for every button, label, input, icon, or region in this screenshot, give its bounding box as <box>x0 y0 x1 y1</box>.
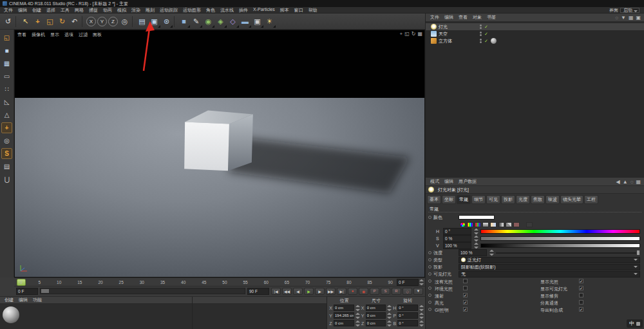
dropdown[interactable]: 泛光灯 <box>459 257 640 263</box>
modeling-generator-icon[interactable]: ◈ <box>214 15 227 28</box>
frame-tick[interactable]: 5 <box>39 280 41 285</box>
anim-dot[interactable] <box>428 287 431 290</box>
spinner[interactable] <box>419 305 424 311</box>
viewport-maximize-icon[interactable]: ▦ <box>417 31 422 37</box>
menu-item[interactable]: 模式 <box>428 178 442 185</box>
current-frame-field[interactable]: 0 F <box>397 279 419 286</box>
hsv-field[interactable]: 0 % <box>443 235 471 242</box>
menu-item[interactable]: 对象 <box>470 14 484 21</box>
material-menu-item[interactable]: 创建 <box>2 297 16 303</box>
anim-dot[interactable] <box>428 301 431 304</box>
viewport-rotate-icon[interactable]: ↻ <box>412 31 416 37</box>
prev-frame-button[interactable]: ◀ <box>293 288 303 295</box>
points-mode-icon[interactable]: ∷ <box>1 84 12 95</box>
viewport-menu-item[interactable]: 摄像机 <box>32 32 45 38</box>
om-search-icon[interactable]: ◌ <box>615 15 618 21</box>
checkbox[interactable] <box>463 286 468 290</box>
color-hsv-icon[interactable] <box>482 222 489 227</box>
record-keyframe-button[interactable]: ● <box>348 288 357 295</box>
menu-item[interactable]: 书签 <box>484 14 498 21</box>
frame-spinner[interactable] <box>419 279 424 285</box>
position-field[interactable]: 0 cm <box>334 320 354 326</box>
anim-dot[interactable] <box>428 294 431 297</box>
rotate-icon[interactable]: ↻ <box>56 15 68 28</box>
position-field[interactable]: 194.265 cm <box>334 312 354 319</box>
frame-tick[interactable]: 55 <box>243 280 248 285</box>
z-axis-toggle[interactable]: Z <box>108 17 118 26</box>
range-handle[interactable] <box>41 289 49 293</box>
frame-tick[interactable]: 90 <box>388 280 393 285</box>
rotation-field[interactable]: 0 ° <box>397 312 418 319</box>
live-selection-icon[interactable]: ↖ <box>19 15 32 28</box>
checkbox[interactable] <box>579 293 583 297</box>
snap-toggle-icon[interactable]: S <box>1 148 12 159</box>
checkbox[interactable]: ✓ <box>579 286 583 290</box>
menu-item[interactable]: 流水线 <box>218 7 236 14</box>
size-field[interactable]: 0 cm <box>366 312 386 319</box>
frame-tick[interactable]: 40 <box>181 280 185 285</box>
cube-object[interactable] <box>184 111 253 171</box>
autokey-button[interactable]: ◉ <box>359 288 368 295</box>
menu-item[interactable]: 文件 <box>1 7 15 14</box>
size-field[interactable]: 0 cm <box>366 305 386 311</box>
preview-range-slider[interactable] <box>40 288 245 294</box>
rotation-field[interactable]: 0 ° <box>397 305 418 311</box>
object-row[interactable]: 立方体 ✓ <box>426 37 644 44</box>
attribute-tab[interactable]: 细节 <box>471 195 486 204</box>
frame-tick[interactable]: 20 <box>98 280 102 285</box>
viewport-pan-icon[interactable]: + <box>400 31 403 37</box>
hsv-field[interactable]: 0 ° <box>443 228 471 235</box>
color-wheel-icon[interactable] <box>460 222 466 227</box>
menu-item[interactable]: 网格 <box>72 7 86 14</box>
attribute-tab[interactable]: 基本 <box>427 195 441 204</box>
visibility-dots[interactable] <box>480 32 482 36</box>
color-spectrum-icon[interactable] <box>467 222 473 227</box>
anim-dot[interactable] <box>428 308 431 311</box>
enable-check[interactable]: ✓ <box>484 24 488 30</box>
polygons-mode-icon[interactable]: △ <box>1 109 12 120</box>
keyboard-icon[interactable] <box>636 322 640 326</box>
frame-tick[interactable]: 70 <box>305 280 310 285</box>
render-settings-icon[interactable]: ⊛ <box>160 15 173 28</box>
spinner[interactable] <box>387 313 392 319</box>
intensity-field[interactable]: 100 % <box>459 249 487 256</box>
menu-item[interactable]: 捕捉 <box>86 7 100 14</box>
keying-settings-button[interactable]: ▼ <box>413 288 423 295</box>
dropdown[interactable]: 阴影贴图(软阴影) <box>459 264 640 270</box>
menu-item[interactable]: 窗口 <box>292 7 306 14</box>
solo-mode-icon[interactable]: ◎ <box>1 135 12 146</box>
am-lock-icon[interactable]: ▲ <box>623 179 628 185</box>
om-filter-icon[interactable]: ▼ <box>621 15 626 21</box>
render-picture-viewer-icon[interactable]: ▣ <box>148 15 160 28</box>
x-axis-toggle[interactable]: X <box>86 17 96 26</box>
menu-item[interactable]: 编辑 <box>15 7 30 14</box>
am-back-icon[interactable]: ◀ <box>616 179 620 185</box>
position-field[interactable]: 0 cm <box>334 305 354 311</box>
anim-dot[interactable] <box>428 279 431 283</box>
model-mode-icon[interactable]: ■ <box>1 45 12 56</box>
am-layout-icon[interactable]: ▦ <box>636 179 641 185</box>
make-editable-icon[interactable]: ◱ <box>1 32 12 43</box>
material-menu-item[interactable]: 编辑 <box>16 297 30 303</box>
menu-item[interactable]: 插件 <box>236 7 251 14</box>
menu-item[interactable]: 编辑 <box>442 14 456 21</box>
record-scale-button[interactable]: S <box>381 288 390 295</box>
attribute-tab[interactable]: 投影 <box>501 195 515 204</box>
material-thumbnail[interactable] <box>3 306 19 323</box>
color-mixer-icon[interactable] <box>506 222 512 227</box>
workplane-mode-icon[interactable]: ▭ <box>1 71 12 82</box>
attribute-tab[interactable]: 镜头光晕 <box>560 195 583 204</box>
spinner[interactable] <box>387 321 392 326</box>
spinner[interactable] <box>419 321 424 326</box>
frame-tick[interactable]: 15 <box>77 280 82 285</box>
primitive-cube-icon[interactable]: ■ <box>178 15 190 28</box>
frame-tick[interactable]: 80 <box>346 280 351 285</box>
attribute-tab[interactable]: 光度 <box>516 195 530 204</box>
environment-floor-icon[interactable]: ▬ <box>239 15 251 28</box>
viewport-menu-item[interactable]: 面板 <box>93 32 102 38</box>
menu-item[interactable]: 模拟 <box>115 7 129 14</box>
frame-tick[interactable]: 25 <box>119 280 124 285</box>
viewport-zoom-icon[interactable]: ◱ <box>404 31 410 37</box>
frame-tick[interactable]: 75 <box>326 280 330 285</box>
menu-item[interactable]: 用户数据 <box>456 178 479 185</box>
